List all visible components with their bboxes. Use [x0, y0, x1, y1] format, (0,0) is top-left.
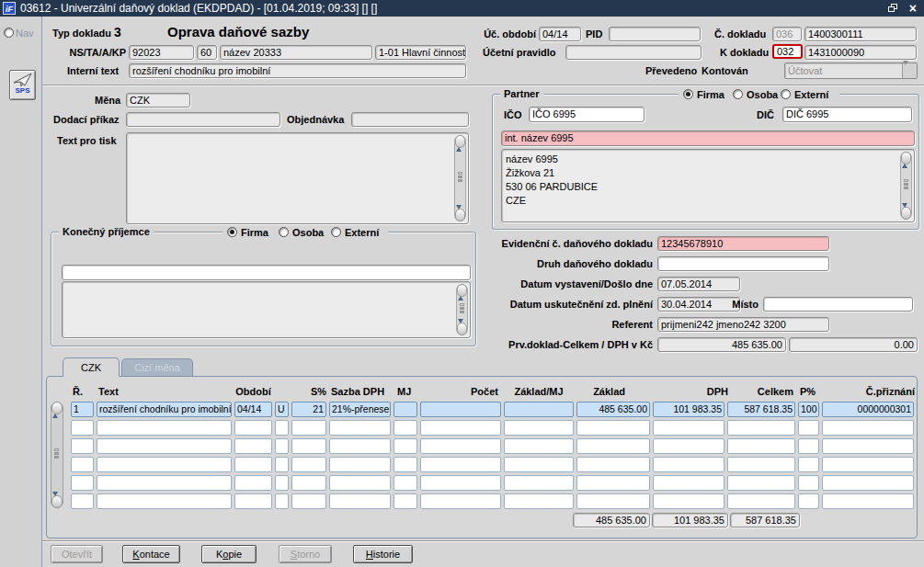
- close-window-icon[interactable]: ×: [909, 0, 917, 17]
- cell-zaklad[interactable]: [576, 475, 650, 491]
- cell-zaklad[interactable]: [576, 493, 650, 509]
- cell-zaklad_mj[interactable]: [504, 438, 574, 454]
- cell-dph[interactable]: 101 983.35: [653, 402, 724, 417]
- scroll-up-icon[interactable]: [901, 152, 911, 164]
- partner-radio-osoba[interactable]: [733, 89, 743, 99]
- cell-celkem[interactable]: [727, 438, 795, 454]
- cell-celkem[interactable]: [727, 457, 795, 472]
- cell-mj[interactable]: [394, 438, 417, 454]
- cell-s_pct[interactable]: [291, 457, 326, 472]
- cell-text[interactable]: [97, 493, 232, 509]
- sps-button[interactable]: SPS: [9, 70, 36, 100]
- cell-mj[interactable]: [394, 457, 417, 472]
- cell-zaklad_mj[interactable]: [504, 475, 574, 491]
- tab-czk[interactable]: CZK: [63, 357, 120, 377]
- cell-mj[interactable]: [394, 402, 417, 417]
- konecny-address-textarea[interactable]: [62, 281, 471, 338]
- konecny-radio-osoba[interactable]: [279, 227, 289, 237]
- cell-s_flag[interactable]: [275, 420, 289, 436]
- partner-int-nazev-field[interactable]: int. název 6995: [501, 130, 915, 146]
- k-dokladu-prefix-field[interactable]: 032: [772, 44, 803, 59]
- cell-zaklad[interactable]: [576, 438, 650, 454]
- cell-sazba_dph[interactable]: [329, 475, 391, 491]
- cell-text[interactable]: [97, 420, 232, 436]
- cell-c_priznani[interactable]: [822, 493, 914, 509]
- cell-pocet[interactable]: [420, 438, 501, 454]
- cell-p_pct[interactable]: [798, 457, 819, 472]
- cell-zaklad[interactable]: [576, 457, 650, 472]
- text-pro-tisk-scrollbar[interactable]: [454, 135, 466, 221]
- cell-dph[interactable]: [653, 438, 724, 454]
- cell-s_flag[interactable]: U: [275, 402, 289, 417]
- k-dokladu-field[interactable]: 1431000090: [804, 45, 917, 60]
- konecny-radio-externi[interactable]: [331, 227, 341, 237]
- cell-c_priznani[interactable]: [822, 438, 914, 454]
- tab-cizi-mena[interactable]: Cizí měna: [121, 358, 193, 377]
- cell-obdobi[interactable]: [234, 457, 272, 472]
- cell-pocet[interactable]: [420, 457, 501, 472]
- ta-field[interactable]: 60: [197, 45, 217, 60]
- cell-obdobi[interactable]: [234, 420, 272, 436]
- cell-dph[interactable]: [653, 420, 724, 436]
- cell-p_pct[interactable]: [798, 420, 819, 436]
- ns-field[interactable]: 92023: [129, 45, 194, 60]
- cell-obdobi[interactable]: [234, 438, 272, 454]
- partner-radio-externi[interactable]: [781, 89, 791, 99]
- cell-text[interactable]: [97, 457, 232, 472]
- cell-c_priznani[interactable]: [822, 457, 914, 472]
- cell-s_pct[interactable]: [291, 420, 326, 436]
- cell-s_flag[interactable]: [275, 493, 289, 509]
- cell-s_pct[interactable]: [291, 475, 326, 491]
- cell-dph[interactable]: [653, 475, 724, 491]
- dodaci-prikaz-field[interactable]: [126, 112, 280, 127]
- evidencni-field[interactable]: 12345678910: [657, 236, 829, 251]
- partner-scrollbar[interactable]: [900, 152, 912, 220]
- cell-zaklad_mj[interactable]: [504, 493, 574, 509]
- cell-sazba_dph[interactable]: [329, 420, 391, 436]
- cell-pocet[interactable]: [420, 475, 501, 491]
- cell-r[interactable]: 1: [71, 402, 94, 417]
- cell-zaklad[interactable]: 485 635.00: [576, 402, 650, 417]
- cell-text[interactable]: [97, 438, 232, 454]
- a-field[interactable]: název 20333: [220, 45, 372, 60]
- cell-obdobi[interactable]: 04/14: [234, 402, 272, 417]
- cell-dph[interactable]: [653, 457, 724, 472]
- interni-text-field[interactable]: rozšíření chodníku pro imobilní: [129, 63, 466, 78]
- partner-radio-firma[interactable]: [683, 89, 693, 99]
- cell-celkem[interactable]: [727, 475, 795, 491]
- cell-zaklad_mj[interactable]: [504, 402, 574, 417]
- cell-s_flag[interactable]: [275, 457, 289, 472]
- cell-zaklad_mj[interactable]: [504, 457, 574, 472]
- cell-sazba_dph[interactable]: 21%-přenesení d: [329, 402, 391, 417]
- konecny-radio-firma[interactable]: [227, 227, 237, 237]
- cell-celkem[interactable]: [727, 420, 795, 436]
- cell-p_pct[interactable]: [798, 493, 819, 509]
- kp-field[interactable]: 1-01 Hlavní činnost: [375, 45, 466, 60]
- cell-zaklad[interactable]: [576, 420, 650, 436]
- cell-c_priznani[interactable]: [822, 475, 914, 491]
- cell-celkem[interactable]: [727, 493, 795, 509]
- cell-sazba_dph[interactable]: [329, 438, 391, 454]
- dic-field[interactable]: DIČ 6995: [782, 107, 912, 122]
- cell-s_pct[interactable]: 21: [291, 402, 326, 417]
- cell-mj[interactable]: [394, 475, 417, 491]
- cell-pocet[interactable]: [420, 402, 501, 417]
- cell-p_pct[interactable]: 100: [798, 402, 819, 417]
- cell-r[interactable]: [71, 493, 94, 509]
- cell-text[interactable]: rozšíření chodníku pro imobilní: [97, 402, 232, 417]
- scroll-up-icon[interactable]: [455, 135, 465, 148]
- kontace-button[interactable]: Kontace: [122, 545, 180, 563]
- c-dokladu-field[interactable]: 1400300111: [804, 27, 917, 41]
- scroll-down-icon[interactable]: [901, 207, 911, 220]
- cell-text[interactable]: [97, 475, 232, 491]
- cell-p_pct[interactable]: [798, 438, 819, 454]
- ucetni-pravidlo-field[interactable]: [565, 45, 702, 60]
- cell-r[interactable]: [71, 438, 94, 454]
- objednavka-field[interactable]: [351, 112, 469, 127]
- mena-field[interactable]: CZK: [126, 93, 190, 108]
- cell-pocet[interactable]: [420, 493, 501, 509]
- text-pro-tisk-textarea[interactable]: [126, 132, 469, 224]
- cell-r[interactable]: [71, 420, 94, 436]
- cell-c_priznani[interactable]: 0000000301: [822, 402, 914, 417]
- uc-obdobi-field[interactable]: 04/14: [539, 27, 581, 41]
